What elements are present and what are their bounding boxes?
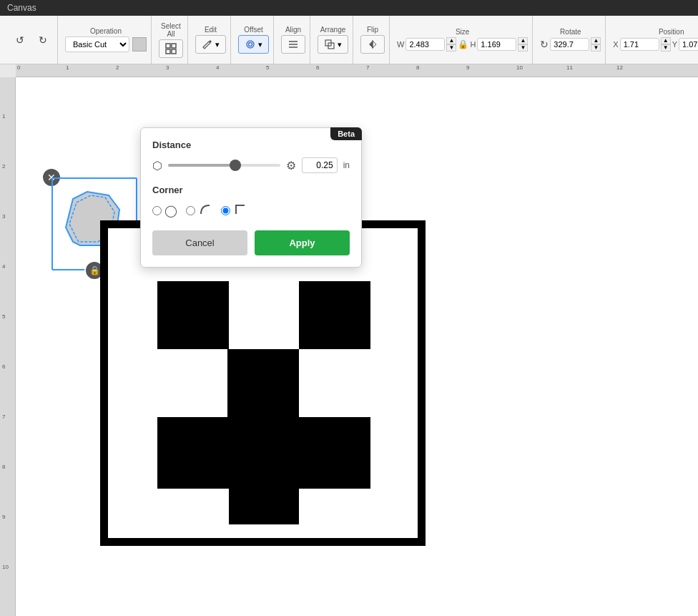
position-group: Position X ▲ ▼ Y ▲ ▼ (609, 16, 698, 64)
offset-label: Offset (244, 26, 263, 34)
ruler-mark-0: 0 (17, 64, 20, 71)
rotate-input[interactable] (550, 38, 589, 51)
corner-round-radio[interactable] (152, 206, 162, 215)
pos-x-up[interactable]: ▲ (661, 37, 671, 44)
align-label: Align (285, 26, 301, 34)
height-up[interactable]: ▲ (518, 37, 528, 44)
creeper-image (100, 220, 426, 548)
ruler-mark-5: 5 (266, 64, 269, 71)
svg-rect-20 (157, 417, 227, 489)
operation-select: Basic Cut (65, 36, 147, 52)
creeper-svg (100, 220, 426, 546)
edit-button[interactable]: ▾ (195, 35, 226, 54)
slider-thumb[interactable] (230, 160, 241, 171)
rotate-group: Rotate ↻ ▲ ▼ (536, 16, 606, 64)
distance-label: Distance (152, 140, 350, 150)
slider-fill (168, 164, 235, 167)
title-text: Canvas (7, 3, 36, 13)
arrange-label: Arrange (320, 26, 346, 34)
size-field: W ▲ ▼ 🔒 H ▲ ▼ (397, 37, 528, 52)
edit-group: Edit ▾ (191, 16, 231, 64)
toolbar: ↺ ↻ Operation Basic Cut Select All Edit (0, 16, 698, 64)
rotate-label: Rotate (560, 28, 581, 36)
rotate-down[interactable]: ▼ (591, 44, 601, 52)
height-label: H (470, 40, 476, 49)
rotate-icon: ↻ (540, 39, 549, 50)
width-input[interactable] (405, 38, 445, 51)
ruler-left: 1 2 3 4 5 6 7 8 9 10 (0, 77, 16, 616)
offset-dialog: Beta Distance ⬡ ⚙ in Corner ◯ (140, 127, 362, 268)
flip-label: Flip (367, 26, 378, 34)
lock-icon[interactable]: 🔒 (458, 39, 468, 49)
svg-rect-2 (166, 49, 170, 54)
position-label: Position (659, 28, 684, 36)
corner-round-icon: ◯ (164, 204, 177, 217)
apply-button[interactable]: Apply (255, 230, 350, 255)
height-down[interactable]: ▼ (518, 44, 528, 52)
svg-rect-0 (166, 44, 170, 48)
svg-rect-16 (227, 349, 299, 417)
ruler-mark-8: 8 (416, 64, 419, 71)
pos-x-input[interactable] (620, 38, 659, 51)
distance-slider[interactable] (168, 164, 280, 167)
flip-button[interactable] (360, 35, 385, 54)
ruler-mark-11: 11 (566, 64, 573, 71)
corner-round-option[interactable]: ◯ (152, 204, 177, 217)
svg-rect-3 (172, 49, 176, 54)
operation-label: Operation (90, 27, 122, 35)
corner-square-icon (233, 202, 247, 219)
offset-icon (245, 39, 256, 50)
redo-button[interactable]: ↻ (33, 30, 53, 50)
width-up[interactable]: ▲ (446, 37, 456, 44)
pos-x-down[interactable]: ▼ (661, 44, 671, 52)
ruler-top: 0 1 2 3 4 5 6 7 8 9 10 11 12 (16, 64, 698, 77)
pos-x-label: X (613, 40, 618, 49)
ruler-mark-3: 3 (166, 64, 169, 71)
corner-curved-option[interactable] (186, 202, 212, 219)
align-group: Align (277, 16, 310, 64)
height-input[interactable] (477, 38, 516, 51)
ruler-mark-7: 7 (366, 64, 369, 71)
position-field: X ▲ ▼ Y ▲ ▼ (613, 37, 698, 52)
arrange-button[interactable]: ▾ (318, 35, 348, 54)
operation-dropdown[interactable]: Basic Cut (65, 36, 129, 52)
cancel-button[interactable]: Cancel (152, 230, 247, 255)
distance-value-input[interactable] (302, 157, 338, 173)
corner-square-radio[interactable] (221, 206, 230, 215)
corner-curved-radio[interactable] (186, 206, 195, 215)
undo-button[interactable]: ↺ (10, 30, 30, 50)
canvas-area: 0 1 2 3 4 5 6 7 8 9 10 11 12 1 2 3 4 5 6… (0, 64, 698, 616)
height-spinners: ▲ ▼ (518, 37, 528, 52)
pos-y-input[interactable] (679, 38, 698, 51)
align-button[interactable] (281, 35, 305, 54)
beta-badge: Beta (330, 127, 362, 140)
corner-row: ◯ (152, 202, 350, 219)
svg-rect-22 (299, 417, 369, 489)
width-spinners: ▲ ▼ (446, 37, 456, 52)
undo-redo-group: ↺ ↻ (6, 16, 58, 64)
arrange-group: Arrange ▾ (313, 16, 353, 64)
rotate-up[interactable]: ▲ (591, 37, 601, 44)
title-bar: Canvas (0, 0, 698, 16)
width-label: W (397, 40, 404, 49)
settings-icon[interactable]: ⚙ (286, 159, 296, 172)
ruler-mark-9: 9 (466, 64, 469, 71)
color-swatch[interactable] (132, 37, 147, 52)
corner-square-option[interactable] (221, 202, 247, 219)
corner-curved-icon (198, 202, 212, 219)
offset-group: Offset ▾ (234, 16, 274, 64)
select-all-group: Select All (154, 16, 188, 64)
select-all-button[interactable] (159, 39, 183, 58)
svg-rect-14 (157, 281, 229, 349)
distance-unit: in (343, 160, 350, 170)
size-label: Size (456, 28, 469, 36)
svg-point-5 (249, 43, 252, 47)
svg-rect-1 (172, 44, 176, 48)
edit-icon (202, 39, 213, 50)
flip-icon (367, 39, 378, 50)
ruler-mark-4: 4 (216, 64, 219, 71)
size-group: Size W ▲ ▼ 🔒 H ▲ ▼ (393, 16, 533, 64)
offset-button[interactable]: ▾ (238, 35, 269, 54)
edit-label: Edit (205, 26, 217, 34)
width-down[interactable]: ▼ (446, 44, 456, 52)
